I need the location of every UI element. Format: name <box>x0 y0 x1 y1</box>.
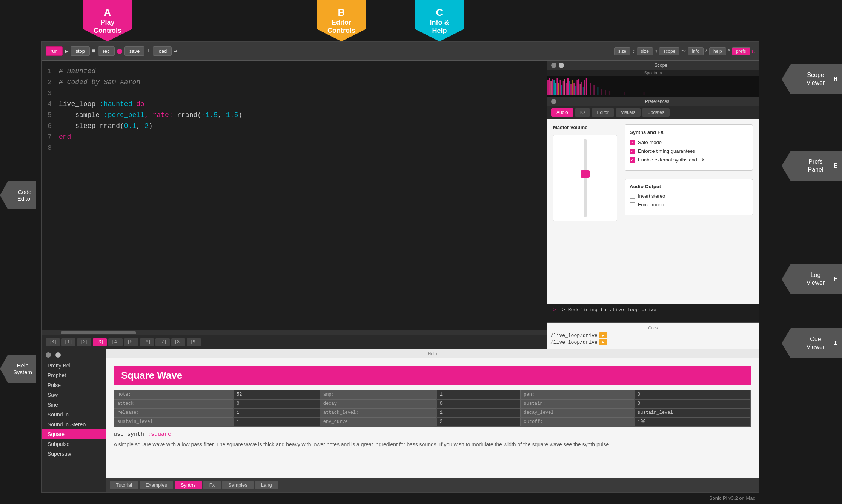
sidebar-item-saw[interactable]: Saw <box>42 390 106 400</box>
tab-0[interactable]: |0| <box>46 338 60 346</box>
sidebar-item-sound-in-stereo[interactable]: Sound In Stereo <box>42 419 106 429</box>
param-decay-label: decay: <box>320 399 436 408</box>
safe-mode-checkbox[interactable]: ✓ <box>630 140 635 145</box>
tab-samples[interactable]: Samples <box>222 481 254 489</box>
sidebar-item-supersaw[interactable]: Supersaw <box>42 449 106 459</box>
volume-thumb[interactable] <box>581 170 590 178</box>
cue-item-2: /live_loop/drive ▶ <box>550 339 756 345</box>
stop-button[interactable]: stop <box>71 46 90 56</box>
scope-header: Scope <box>547 61 759 70</box>
prefs-tab-io[interactable]: IO <box>575 108 590 117</box>
scope-button[interactable]: scope <box>659 47 679 55</box>
help-sidebar-close-button[interactable] <box>46 352 51 358</box>
prefs-panel: Preferences Audio IO Editor Visuals Upda… <box>547 97 759 304</box>
code-scrollbar[interactable] <box>42 330 547 335</box>
tab-7[interactable]: |7| <box>155 338 170 346</box>
size-button-2[interactable]: size <box>637 47 653 55</box>
timing-checkbox[interactable]: ✓ <box>630 149 635 154</box>
play-icon[interactable]: ▶ <box>65 48 69 55</box>
svg-rect-9 <box>561 85 562 95</box>
code-line-1: 1 # Haunted <box>48 66 541 77</box>
tab-3-active[interactable]: |3| <box>93 338 107 346</box>
svg-rect-32 <box>624 92 625 95</box>
param-attack-level-label: attack_level: <box>320 408 436 417</box>
sidebar-item-pulse[interactable]: Pulse <box>42 380 106 390</box>
tab-examples[interactable]: Examples <box>140 481 173 489</box>
tab-2[interactable]: |2| <box>77 338 91 346</box>
scrollbar-thumb[interactable] <box>61 331 136 334</box>
external-synths-checkbox[interactable]: ✓ <box>630 157 635 163</box>
force-mono-row: Force mono <box>630 202 748 207</box>
external-synths-row: ✓ Enable external synths and FX <box>630 157 748 163</box>
tab-9[interactable]: |9| <box>187 338 201 346</box>
volume-slider[interactable] <box>579 139 591 217</box>
size-button-1[interactable]: size <box>614 47 630 55</box>
tab-1[interactable]: |1| <box>61 338 76 346</box>
code-editor[interactable]: 1 # Haunted 2 # Coded by Sam Aaron 3 4 <box>42 61 547 330</box>
svg-rect-1 <box>549 78 550 95</box>
sidebar-item-sound-in[interactable]: Sound In <box>42 410 106 419</box>
master-volume-label: Master Volume <box>553 124 617 130</box>
add-icon[interactable]: + <box>147 48 151 55</box>
scope-close-button[interactable] <box>551 63 556 68</box>
sidebar-item-square[interactable]: Square <box>42 429 106 439</box>
right-panel: Scope Spectrum <box>547 61 759 349</box>
safe-mode-row: ✓ Safe mode <box>630 140 748 145</box>
svg-rect-13 <box>567 78 569 95</box>
arrow-b: B Editor Controls <box>317 0 366 41</box>
scope-wave-icon[interactable]: 〜 <box>681 48 686 55</box>
prefs-tab-visuals[interactable]: Visuals <box>616 108 641 117</box>
code-line-5: 5 sample :perc_bell, rate: rrand(-1.5, 1… <box>48 110 541 120</box>
save-button[interactable]: save <box>124 46 144 56</box>
help-header: Help <box>106 349 759 358</box>
param-release-label: release: <box>114 408 233 417</box>
stop-icon[interactable]: ■ <box>92 48 96 55</box>
help-button[interactable]: help <box>709 47 726 55</box>
prefs-tab-updates[interactable]: Updates <box>642 108 670 117</box>
lambda-icon[interactable]: λ <box>705 49 708 54</box>
font-size-icon-2[interactable]: ⇕ <box>655 48 658 54</box>
arrow-f: LogViewer F <box>782 264 842 294</box>
tab-synths[interactable]: Synths <box>175 481 202 489</box>
sidebar-item-prophet[interactable]: Prophet <box>42 370 106 380</box>
sidebar-item-pretty-bell[interactable]: Pretty Bell <box>42 361 106 370</box>
rec-button[interactable]: rec <box>98 46 115 56</box>
master-volume-box <box>553 135 617 221</box>
svg-rect-0 <box>547 80 549 95</box>
help-sidebar: Pretty Bell Prophet Pulse Saw Sine Sound… <box>42 349 106 492</box>
spectrum-label: Spectrum <box>547 70 759 76</box>
run-button[interactable]: run <box>46 46 63 56</box>
tab-tutorial[interactable]: Tutorial <box>110 481 138 489</box>
sidebar-item-sine[interactable]: Sine <box>42 400 106 410</box>
tab-4[interactable]: |4| <box>108 338 123 346</box>
tab-fx[interactable]: Fx <box>203 481 221 489</box>
prefs-tab-audio[interactable]: Audio <box>551 108 573 117</box>
revert-icon[interactable]: ↩ <box>174 48 177 54</box>
tab-5[interactable]: |5| <box>124 338 138 346</box>
synths-fx-column: Synths and FX ✓ Safe mode ✓ <box>625 124 753 298</box>
invert-stereo-row: Invert stereo <box>630 193 748 199</box>
params-grid: note: 52 amp: 1 pan: 0 attack: 0 decay: … <box>114 390 751 427</box>
param-amp-val: 1 <box>436 390 521 399</box>
tab-6[interactable]: |6| <box>140 338 154 346</box>
volume-track <box>584 139 587 217</box>
tab-lang[interactable]: Lang <box>255 481 278 489</box>
arrow-b-label1: Editor <box>332 18 351 27</box>
prefs-close-button[interactable] <box>551 99 556 104</box>
invert-stereo-checkbox[interactable] <box>630 194 635 199</box>
force-mono-checkbox[interactable] <box>630 202 635 207</box>
help-sidebar-header <box>42 349 106 361</box>
font-size-icon-1[interactable]: ⇕ <box>632 48 635 54</box>
delta-icon[interactable]: Δ <box>728 49 730 54</box>
info-button[interactable]: info <box>688 47 703 55</box>
help-sidebar-minimize-button[interactable] <box>55 352 61 358</box>
scope-title: Scope <box>567 63 755 68</box>
pi-icon[interactable]: π <box>752 48 755 54</box>
prefs-button[interactable]: prefs <box>732 47 750 55</box>
scope-minimize-button[interactable] <box>559 63 564 68</box>
tab-8[interactable]: |8| <box>171 338 186 346</box>
sidebar-item-subpulse[interactable]: Subpulse <box>42 439 106 449</box>
prefs-title: Preferences <box>559 99 755 104</box>
prefs-tab-editor[interactable]: Editor <box>592 108 614 117</box>
load-button[interactable]: load <box>153 46 172 56</box>
